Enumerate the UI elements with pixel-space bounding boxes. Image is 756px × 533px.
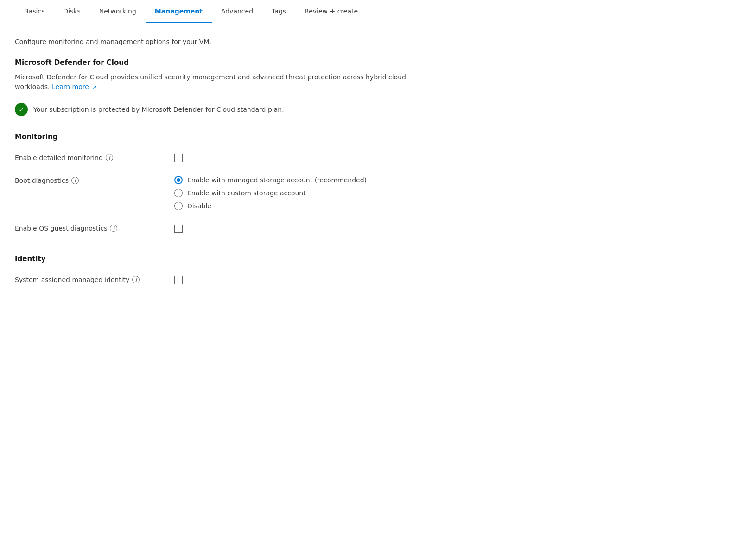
radio-custom-storage-button[interactable] [174,189,183,197]
tab-networking[interactable]: Networking [90,0,146,23]
boot-diagnostics-row: Boot diagnostics i Enable with managed s… [15,169,741,217]
main-container: Basics Disks Networking Management Advan… [0,0,756,310]
system-identity-checkbox[interactable] [174,276,183,284]
monitoring-section: Monitoring Enable detailed monitoring i … [15,133,741,240]
detailed-monitoring-info-icon[interactable]: i [106,154,113,161]
boot-diagnostics-info-icon[interactable]: i [71,177,79,184]
os-guest-diagnostics-checkbox[interactable] [174,225,183,233]
os-guest-diagnostics-label: Enable OS guest diagnostics i [15,224,163,232]
tab-management[interactable]: Management [146,0,212,23]
radio-custom-storage[interactable]: Enable with custom storage account [174,189,367,197]
identity-section: Identity System assigned managed identit… [15,255,741,291]
boot-diagnostics-label: Boot diagnostics i [15,176,163,184]
detailed-monitoring-control [174,153,183,162]
monitoring-title: Monitoring [15,133,741,141]
detailed-monitoring-row: Enable detailed monitoring i [15,147,741,169]
tab-advanced[interactable]: Advanced [212,0,262,23]
tab-basics[interactable]: Basics [15,0,54,23]
defender-description: Microsoft Defender for Cloud provides un… [15,72,432,92]
system-identity-row: System assigned managed identity i [15,269,741,291]
radio-managed-storage-label: Enable with managed storage account (rec… [187,176,367,184]
radio-custom-storage-label: Enable with custom storage account [187,189,306,197]
tab-bar: Basics Disks Networking Management Advan… [15,0,741,23]
radio-disable[interactable]: Disable [174,202,367,210]
defender-title: Microsoft Defender for Cloud [15,58,741,67]
page-description: Configure monitoring and management opti… [15,38,741,45]
detailed-monitoring-label: Enable detailed monitoring i [15,153,163,161]
tab-review-create[interactable]: Review + create [295,0,367,23]
radio-managed-storage-button[interactable] [174,176,183,184]
detailed-monitoring-checkbox[interactable] [174,154,183,162]
check-circle-icon [15,103,28,116]
identity-title: Identity [15,255,741,263]
boot-diagnostics-radio-group: Enable with managed storage account (rec… [174,176,367,210]
protected-message: Your subscription is protected by Micros… [33,106,284,113]
radio-disable-label: Disable [187,202,211,210]
tab-tags[interactable]: Tags [262,0,295,23]
boot-diagnostics-control: Enable with managed storage account (rec… [174,176,367,210]
os-guest-diagnostics-control [174,224,183,233]
radio-disable-button[interactable] [174,202,183,210]
system-identity-info-icon[interactable]: i [132,276,140,283]
os-guest-diagnostics-row: Enable OS guest diagnostics i [15,217,741,240]
system-identity-control [174,275,183,284]
protected-banner: Your subscription is protected by Micros… [15,99,741,120]
defender-section: Microsoft Defender for Cloud Microsoft D… [15,58,741,120]
system-identity-label: System assigned managed identity i [15,275,163,283]
os-guest-diagnostics-info-icon[interactable]: i [110,225,117,232]
radio-managed-storage[interactable]: Enable with managed storage account (rec… [174,176,367,184]
tab-disks[interactable]: Disks [54,0,89,23]
page-content: Configure monitoring and management opti… [15,34,741,310]
learn-more-link[interactable]: Learn more ↗ [52,83,97,90]
external-link-icon: ↗ [92,84,96,92]
